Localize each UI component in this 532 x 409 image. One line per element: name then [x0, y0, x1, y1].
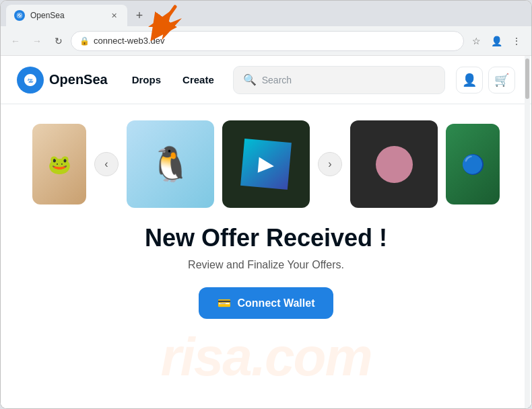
search-icon: 🔍: [243, 73, 257, 86]
connect-btn-label: Connect Wallet: [238, 297, 315, 309]
back-button[interactable]: ←: [6, 32, 25, 50]
drops-link[interactable]: Drops: [124, 69, 169, 91]
header-icons: 👤 🛒: [456, 67, 515, 94]
hero-text-block: New Offer Received ! Review and Finalize…: [1, 224, 531, 332]
nav-links: Drops Create: [124, 69, 222, 91]
wallet-icon: 💳: [218, 297, 231, 309]
user-icon: 👤: [462, 73, 477, 87]
opensea-logo[interactable]: OpenSea: [17, 67, 108, 94]
chevron-left-icon: ‹: [104, 158, 108, 170]
hero-title: New Offer Received !: [17, 224, 515, 252]
nav-bar: ← → ↻ 🔒 connect-web3.dev ☆ 👤 ⋮: [1, 26, 531, 56]
profile-icon: 👤: [491, 36, 502, 46]
website-content: OpenSea Drops Create 🔍 Search 👤 🛒: [1, 56, 531, 408]
tab-bar: OpenSea ✕ +: [1, 1, 531, 26]
hero-subtitle: Review and Finalize Your Offers.: [17, 259, 515, 271]
menu-icon: ⋮: [512, 36, 521, 46]
cart-icon: 🛒: [494, 73, 509, 87]
address-bar[interactable]: 🔒 connect-web3.dev: [71, 31, 464, 51]
tab-close-button[interactable]: ✕: [108, 10, 119, 21]
nft-card-0: 🐸: [32, 124, 86, 204]
scrollbar-thumb[interactable]: [525, 59, 529, 99]
refresh-icon: ↻: [55, 36, 63, 46]
nft-card-2[interactable]: ▶: [222, 120, 310, 208]
search-placeholder: Search: [262, 75, 292, 85]
watermark: risa.com: [160, 326, 371, 388]
tab-title: OpenSea: [30, 11, 103, 20]
url-text: connect-web3.dev: [94, 36, 455, 46]
cart-icon-button[interactable]: 🛒: [488, 67, 515, 94]
connect-wallet-button[interactable]: 💳 Connect Wallet: [199, 287, 334, 319]
nft-carousel: 🐸 ‹ 🐧 ▶: [1, 104, 531, 224]
logo-text: OpenSea: [49, 72, 108, 87]
bookmark-icon: ☆: [472, 36, 481, 46]
chevron-right-icon: ›: [328, 158, 331, 170]
tab-favicon: [14, 10, 25, 21]
new-tab-button[interactable]: +: [130, 6, 149, 25]
active-tab[interactable]: OpenSea ✕: [6, 5, 127, 26]
create-link[interactable]: Create: [174, 69, 222, 91]
scrollbar[interactable]: [525, 56, 530, 408]
bookmark-button[interactable]: ☆: [467, 32, 486, 50]
back-icon: ←: [11, 36, 20, 46]
nav-right-controls: ☆ 👤 ⋮: [467, 32, 526, 50]
forward-icon: →: [32, 36, 42, 46]
forward-button[interactable]: →: [28, 32, 46, 50]
carousel-next-button[interactable]: ›: [318, 152, 342, 176]
nft-card-4: 🔵: [446, 124, 500, 204]
carousel-prev-button[interactable]: ‹: [94, 152, 119, 176]
profile-button[interactable]: 👤: [487, 32, 506, 50]
user-icon-button[interactable]: 👤: [456, 67, 483, 94]
search-bar[interactable]: 🔍 Search: [233, 66, 445, 94]
opensea-header: OpenSea Drops Create 🔍 Search 👤 🛒: [1, 56, 531, 104]
logo-icon: [17, 67, 44, 94]
hero-section: risa.com 🐸 ‹ 🐧: [1, 104, 531, 408]
browser-window: OpenSea ✕ + ← → ↻ 🔒 connect-web3.dev ☆ 👤: [0, 0, 532, 409]
menu-button[interactable]: ⋮: [507, 32, 526, 50]
lock-icon: 🔒: [79, 36, 90, 46]
nft-card-3[interactable]: [350, 120, 438, 208]
nft-card-1[interactable]: 🐧: [127, 120, 214, 208]
refresh-button[interactable]: ↻: [49, 32, 68, 50]
